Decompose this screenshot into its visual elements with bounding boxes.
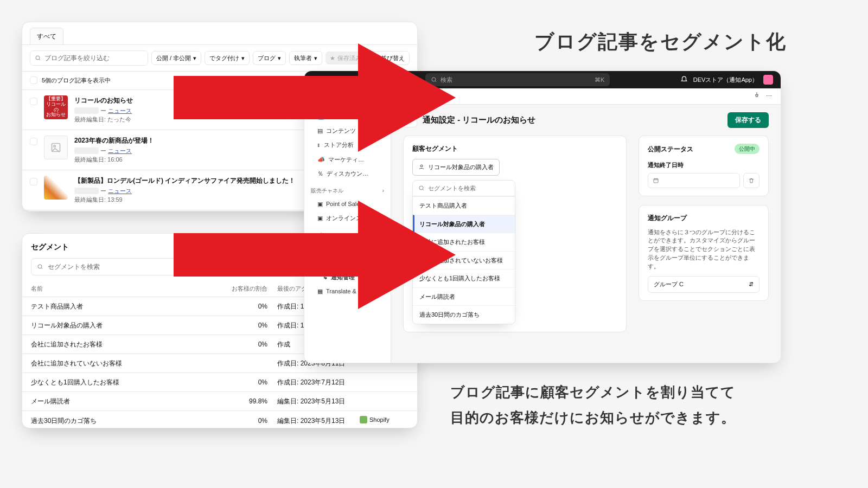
segment-chip[interactable]: リコール対象品の購入者 [412,159,500,176]
select-all-checkbox[interactable] [30,76,37,84]
dropdown-search[interactable]: セグメントを検索 [413,181,515,197]
more-icon[interactable]: ⋯ [766,92,773,101]
image-placeholder-icon [50,142,61,153]
search-placeholder: ブログ記事を絞り込む [44,53,110,63]
post-thumbnail: 【重要】リコールのお知らせ [44,95,68,119]
row-checkbox[interactable] [30,138,37,145]
svg-point-3 [38,265,42,268]
status-card: 公開ステータス 公開中 通知終了日時 [639,136,769,196]
save-button[interactable]: 保存する [727,112,769,128]
date-input[interactable] [648,173,740,188]
user-icon [418,164,425,170]
trash-icon [748,177,755,184]
svg-point-6 [419,186,423,190]
search-icon [37,264,43,270]
store-name[interactable]: DEVストア（通知App） [693,75,758,85]
post-title: リコールのお知らせ [74,95,133,105]
search-icon [35,55,41,61]
news-link[interactable]: ニュース [108,147,132,154]
nav-icon: ％ [317,169,323,178]
pin-icon[interactable] [753,92,761,99]
group-description: 通知をさらに３つのグループに分けることができます。カスタマイズからグループを選択… [648,228,760,271]
row-checkbox[interactable] [30,98,37,105]
svg-point-2 [54,145,55,146]
calendar-icon [653,177,659,184]
post-meta: 最終編集日: たった今 [74,115,133,124]
nav-icon: 📣 [317,155,325,164]
segment-row[interactable]: メール購読者 99.8% 編集日: 2023年5月13日 [22,392,417,411]
clear-date-button[interactable] [743,173,760,188]
post-thumbnail [44,136,68,159]
row-checkbox[interactable] [30,178,37,185]
news-link[interactable]: ニュース [108,188,132,194]
nav-item[interactable]: ％ディスカウン… [304,166,391,181]
segment-row[interactable]: 少なくとも1回購入したお客様 0% 作成日: 2023年7月12日 [22,373,417,392]
post-meta: 最終編集日: 16:06 [74,155,154,164]
shopify-badge: Shopify [360,415,390,425]
svg-point-0 [36,56,40,60]
avatar[interactable] [763,75,773,85]
post-thumbnail [44,176,68,200]
headline: ブログ記事をセグメント化 [534,27,787,56]
date-label: 通知終了日時 [648,160,760,170]
viewing-count: 5個のブログ記事を表示中 [42,76,111,85]
arrow-right-top [174,43,456,152]
svg-point-5 [420,165,423,167]
news-link[interactable]: ニュース [108,107,132,114]
search-icon [418,185,425,191]
blog-search[interactable]: ブログ記事を絞り込む [30,50,148,66]
nav-item[interactable]: 📣マーケティ… [304,152,391,167]
arrow-right-bottom [174,201,456,309]
post-title: 【新製品】ロンデル(ゴールド) インディアンサファイア発売開始しました！ [74,176,295,185]
svg-rect-7 [654,178,658,183]
group-select[interactable]: グループ C⇵ [648,276,760,293]
segment-row[interactable]: 過去30日間のカゴ落ち 0% 編集日: 2023年5月13日 Shopify [22,411,417,429]
post-title: 2023年春の新商品が登場！ [74,136,154,145]
bell-icon[interactable] [680,76,688,84]
tab-all[interactable]: すべて [30,28,63,44]
group-card: 通知グループ 通知をさらに３つのグループに分けることができます。カスタマイズから… [639,205,769,301]
status-badge: 公開中 [735,144,760,154]
caption: ブログ記事に顧客セグメントを割り当てて目的のお客様だけにお知らせができます。 [450,380,808,431]
